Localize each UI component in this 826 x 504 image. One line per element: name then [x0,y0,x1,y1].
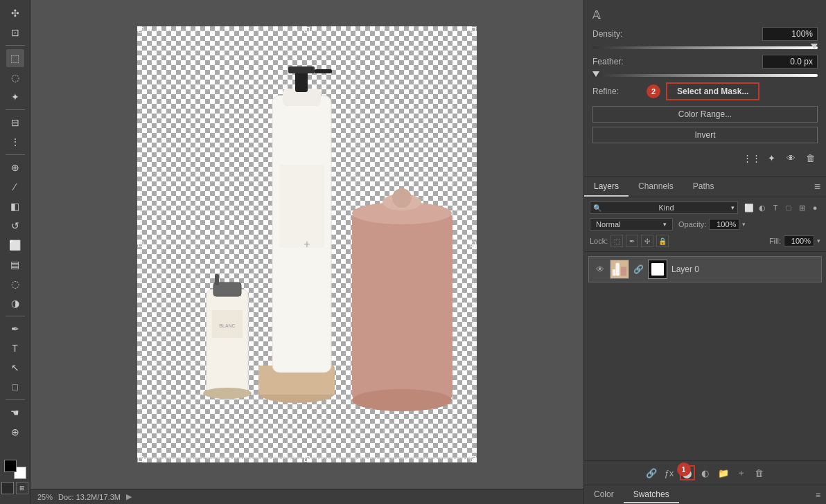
fill-chevron: ▾ [817,237,820,244]
color-range-button[interactable]: Color Range... [592,106,818,123]
tab-swatches[interactable]: Swatches [624,487,679,503]
blend-mode-dropdown[interactable]: Normal ▾ [590,218,673,231]
layer-visibility-toggle[interactable]: 👁 [595,264,606,275]
delete-layer-button[interactable]: 🗑 [752,465,767,480]
tool-zoom[interactable]: ⊕ [6,423,24,441]
opacity-input[interactable] [709,219,739,230]
new-layer-icon: ＋ [737,467,746,479]
quick-mask[interactable] [1,482,14,494]
tool-gradient[interactable]: ▤ [6,255,24,273]
invert-button[interactable]: Invert [592,127,818,143]
kind-pixel-icon[interactable]: ⬜ [744,202,755,213]
tool-separator-4 [6,316,25,316]
layer-item[interactable]: 👁 🔗 Layer 0 [588,256,822,282]
folder-icon: 📁 [718,468,729,478]
transform-handle-bc[interactable] [304,456,310,462]
tool-type[interactable]: T [6,339,24,357]
bottom-tabs-menu[interactable]: ≡ [810,487,826,503]
doc-info: Doc: 13.2M/17.3M [58,493,121,501]
fx-button[interactable]: ƒx [662,465,677,480]
svg-point-12 [392,188,412,208]
layer-name[interactable]: Layer 0 [671,264,816,274]
density-label: Density: [592,29,641,39]
feather-value-container [641,55,818,69]
tool-move[interactable]: ✣ [6,4,24,22]
tool-select-rect[interactable]: ⬚ [6,49,24,67]
add-mask-button[interactable]: 1 ⬤ [680,465,695,480]
blend-opacity-row: Normal ▾ Opacity: ▾ [590,218,820,231]
tool-pen[interactable]: ✒ [6,320,24,338]
kind-dropdown[interactable]: 🔍 Kind ▾ [590,201,738,214]
feather-label: Feather: [592,57,641,66]
layers-panel-menu[interactable]: ≡ [809,178,826,196]
tool-history[interactable]: ↺ [6,217,24,235]
svg-rect-21 [621,267,626,276]
kind-adjustment-icon[interactable]: ◐ [757,202,768,213]
tool-dodge[interactable]: ◑ [6,294,24,312]
svg-rect-2 [215,274,219,285]
new-layer-button[interactable]: ＋ [734,465,749,480]
feather-input[interactable] [762,55,818,69]
svg-point-10 [352,389,452,411]
density-thumb[interactable] [811,44,818,49]
eye-icon[interactable]: 👁 [783,150,798,165]
kind-type-icon[interactable]: T [770,202,781,213]
status-arrow[interactable]: ▶ [126,492,132,501]
tool-healing[interactable]: ⊕ [6,159,24,177]
group-button[interactable]: 📁 [716,465,731,480]
canvas-area: BLANC [30,0,583,504]
tool-separator-3 [6,154,25,155]
screen-mode[interactable]: ⊞ [16,482,28,494]
density-slider[interactable] [592,46,818,49]
tool-eraser[interactable]: ⬜ [6,236,24,254]
feather-slider[interactable] [592,74,818,77]
transform-handle-mr[interactable] [471,242,476,247]
tab-color[interactable]: Color [584,487,624,503]
color-swatches: ⊞ [1,460,28,500]
transform-handle-ml[interactable] [138,242,143,247]
tool-blur[interactable]: ◌ [6,275,24,293]
grid-icon[interactable]: ⋮⋮ [744,150,759,165]
tool-crop[interactable]: ⊟ [6,114,24,132]
kind-smart-icon[interactable]: ⊞ [796,202,807,213]
tab-paths[interactable]: Paths [683,177,724,197]
transform-handle-tc[interactable] [304,27,310,33]
adjustment-icon: ◐ [701,468,709,478]
transform-handle-tl[interactable] [138,27,143,33]
fg-bg-colors[interactable] [4,460,26,479]
lock-all-icon[interactable]: 🔒 [656,235,669,247]
foreground-color[interactable] [4,460,17,472]
tool-path-select[interactable]: ↖ [6,359,24,377]
tool-artboard[interactable]: ⊡ [6,24,24,42]
lock-position-icon[interactable]: ✒ [626,235,638,247]
tool-shape[interactable]: □ [6,378,24,396]
tool-eyedropper[interactable]: ⋮ [6,133,24,151]
trash-icon[interactable]: 🗑 [802,150,818,165]
tool-brush[interactable]: ∕ [6,178,24,196]
kind-shape-icon[interactable]: □ [783,202,794,213]
tool-separator-2 [6,109,25,110]
svg-text:BLANC: BLANC [219,323,235,328]
tool-lasso[interactable]: ◌ [6,69,24,87]
canvas-container[interactable]: BLANC [30,0,583,489]
transform-handle-bl[interactable] [138,456,143,462]
transform-handle-br[interactable] [471,456,476,462]
tab-channels[interactable]: Channels [629,177,683,197]
tab-layers[interactable]: Layers [584,177,629,197]
tool-clone[interactable]: ◧ [6,197,24,215]
lock-artboard-icon[interactable]: ✣ [641,235,653,247]
link-layers-button[interactable]: 🔗 [644,465,659,480]
select-mask-button[interactable]: Select and Mask... [666,82,759,100]
fill-input[interactable] [784,235,814,246]
tool-magic-wand[interactable]: ✦ [6,88,24,106]
lock-pixels-icon[interactable]: ⬚ [610,235,623,247]
kind-circle-icon[interactable]: ● [809,202,820,213]
transform-handle-tr[interactable] [471,27,476,33]
star-icon[interactable]: ✦ [764,150,779,165]
kind-row: 🔍 Kind ▾ ⬜ ◐ T □ ⊞ ● [590,201,820,214]
adjustment-layer-button[interactable]: ◐ [698,465,713,480]
layer-link-icon[interactable]: 🔗 [633,264,644,274]
feather-thumb[interactable] [592,71,599,77]
tool-hand[interactable]: ☚ [6,404,24,422]
density-input[interactable] [762,27,818,41]
